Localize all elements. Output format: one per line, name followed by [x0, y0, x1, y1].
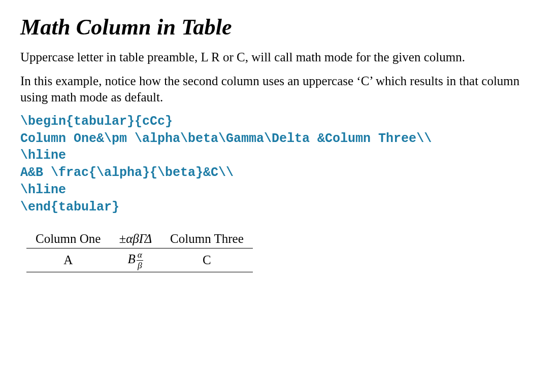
fraction-numerator: α: [137, 251, 143, 261]
math-expr: Bαβ: [128, 252, 143, 266]
cell-col3: C: [161, 248, 253, 272]
page-title: Math Column in Table: [20, 14, 538, 40]
math-prefix: B: [128, 252, 136, 266]
fraction: αβ: [137, 251, 143, 270]
cell-col3-header: Column Three: [161, 230, 253, 248]
cell-col1-header: Column One: [26, 230, 110, 248]
intro-paragraph-1: Uppercase letter in table preamble, L R …: [20, 49, 528, 65]
latex-code-block: \begin{tabular}{cCc} Column One&\pm \alp…: [20, 113, 538, 216]
table-row: A Bαβ C: [26, 248, 253, 272]
table-row: Column One ±αβΓΔ Column Three: [26, 230, 253, 248]
fraction-denominator: β: [137, 261, 143, 270]
cell-col2: Bαβ: [110, 248, 161, 272]
cell-col1: A: [26, 248, 110, 272]
math-expr: ±αβΓΔ: [119, 232, 152, 245]
cell-col2-header: ±αβΓΔ: [110, 230, 161, 248]
intro-paragraph-2: In this example, notice how the second c…: [20, 73, 528, 105]
rendered-table: Column One ±αβΓΔ Column Three A Bαβ C: [26, 230, 253, 272]
